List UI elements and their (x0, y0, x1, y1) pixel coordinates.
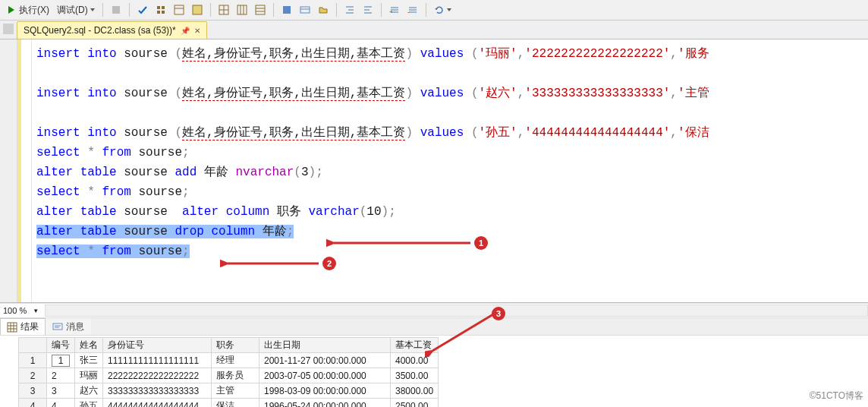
parse-button[interactable] (134, 2, 151, 18)
chevron-down-icon (90, 8, 95, 11)
panel-icon (174, 5, 184, 15)
play-icon (6, 5, 17, 15)
comment-icon: + (389, 5, 400, 15)
grid-icon (219, 5, 229, 15)
results-grid[interactable]: 编号 姓名 身份证号 职务 出生日期 基本工资 11张三111111111111… (0, 336, 868, 407)
stop-button[interactable] (108, 2, 124, 18)
tab-title: SQLQuery2.sql - DC2.class (sa (53))* (24, 25, 176, 36)
open-icon (318, 5, 329, 15)
tool-btn-13[interactable]: - (404, 2, 421, 18)
grid-icon (7, 322, 17, 333)
tool-btn-7[interactable] (278, 2, 295, 18)
messages-tab-label: 消息 (66, 320, 84, 333)
db-icon (156, 5, 166, 15)
tool-btn-4[interactable] (215, 2, 232, 18)
tool-btn-12[interactable]: + (386, 2, 403, 18)
table-row[interactable]: 22玛丽222222222222222222服务员2003-07-05 00:0… (19, 368, 439, 383)
editor-margin (17, 39, 32, 302)
tool-btn-14[interactable] (431, 2, 454, 18)
table-header-row: 编号 姓名 身份证号 职务 出生日期 基本工资 (19, 338, 439, 353)
svg-rect-12 (237, 5, 247, 14)
svg-rect-6 (175, 5, 184, 14)
close-icon[interactable]: ✕ (194, 27, 200, 35)
tool-btn-11[interactable] (360, 2, 376, 18)
svg-rect-8 (193, 5, 202, 14)
svg-marker-0 (8, 6, 14, 14)
chevron-down-icon (447, 8, 451, 11)
tool-btn-10[interactable] (341, 2, 358, 18)
sql-tab[interactable]: SQLQuery2.sql - DC2.class (sa (53))* 📌 ✕ (17, 21, 207, 39)
zoom-bar: 100 % ▼ (0, 303, 868, 317)
results-tab[interactable]: 结果 (0, 318, 46, 335)
debug-button[interactable]: 调试(D) (54, 2, 98, 18)
svg-rect-1 (112, 6, 120, 14)
panel2-icon (192, 5, 203, 15)
tool-btn-1[interactable] (153, 2, 169, 18)
execute-label: 执行(X) (19, 4, 49, 17)
document-tabbar: SQLQuery2.sql - DC2.class (sa (53))* 📌 ✕ (0, 21, 868, 39)
svg-text:-: - (407, 8, 410, 15)
tool-btn-3[interactable] (189, 2, 206, 18)
table-row[interactable]: 11张三111111111111111111经理2001-11-27 00:00… (19, 353, 439, 368)
tool-btn-6[interactable] (252, 2, 269, 18)
messages-tab[interactable]: 消息 (46, 318, 91, 335)
execute-button[interactable]: 执行(X) (3, 2, 52, 18)
svg-rect-15 (256, 5, 265, 14)
uncomment-icon: - (407, 5, 418, 15)
outdent-icon (363, 5, 373, 15)
indent-icon (344, 5, 355, 15)
table-icon (300, 5, 310, 15)
svg-rect-19 (300, 7, 310, 13)
table-row[interactable]: 33赵六333333333333333333主管1998-03-09 00:00… (19, 383, 439, 399)
table-row[interactable]: 44孙五444444444444444444保洁1996-05-24 00:00… (19, 399, 439, 408)
check-icon (137, 5, 148, 15)
code-editor[interactable]: insert into sourse (姓名,身份证号,职务,出生日期,基本工资… (32, 39, 868, 302)
tool-btn-9[interactable] (315, 2, 332, 18)
tool-btn-5[interactable] (234, 2, 250, 18)
svg-text:+: + (389, 8, 393, 15)
svg-rect-18 (283, 6, 291, 14)
editor-left-gutter (0, 39, 17, 302)
editor-area: insert into sourse (姓名,身份证号,职务,出生日期,基本工资… (0, 39, 868, 303)
svg-rect-36 (8, 323, 17, 332)
svg-rect-4 (157, 11, 160, 14)
grid3-icon (255, 5, 266, 15)
results-tab-label: 结果 (20, 320, 39, 333)
results-tabstrip: 结果 消息 (0, 317, 868, 336)
svg-rect-41 (53, 323, 62, 330)
save-icon (281, 5, 292, 15)
zoom-level[interactable]: 100 % (3, 306, 27, 315)
watermark: ©51CTO博客 (810, 390, 863, 402)
grid2-icon (237, 5, 247, 15)
svg-rect-5 (162, 11, 165, 14)
message-icon (52, 322, 63, 333)
tool-btn-8[interactable] (297, 2, 313, 18)
svg-marker-35 (435, 8, 438, 10)
pin-icon[interactable]: 📌 (181, 27, 190, 35)
refresh-icon (434, 5, 445, 15)
tool-btn-2[interactable] (171, 2, 187, 18)
results-table: 编号 姓名 身份证号 职务 出生日期 基本工资 11张三111111111111… (18, 337, 439, 407)
debug-label: 调试(D) (57, 4, 88, 17)
stop-icon (111, 5, 121, 15)
svg-rect-3 (162, 6, 165, 9)
svg-rect-2 (157, 6, 160, 9)
main-toolbar: 执行(X) 调试(D) + - (0, 0, 868, 21)
horizontal-scrollbar[interactable] (45, 304, 868, 317)
